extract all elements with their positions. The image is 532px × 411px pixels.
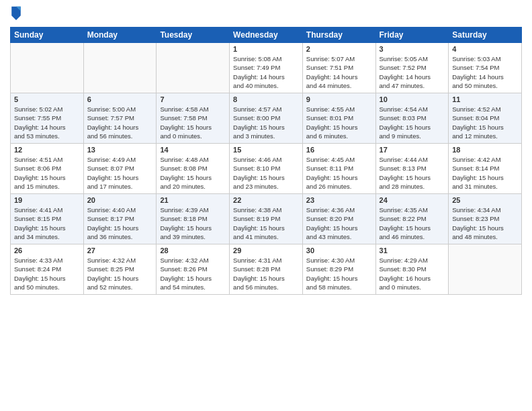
day-info: Sunrise: 5:03 AM Sunset: 7:54 PM Dayligh…	[452, 54, 518, 90]
day-info: Sunrise: 4:51 AM Sunset: 8:06 PM Dayligh…	[14, 155, 80, 191]
day-number: 19	[14, 196, 80, 204]
calendar-cell: 21Sunrise: 4:39 AM Sunset: 8:18 PM Dayli…	[157, 194, 230, 244]
day-info: Sunrise: 5:07 AM Sunset: 7:51 PM Dayligh…	[306, 54, 372, 90]
day-number: 28	[160, 246, 226, 255]
calendar-week-row: 5Sunrise: 5:02 AM Sunset: 7:55 PM Daylig…	[11, 93, 522, 144]
weekday-header: Thursday	[302, 28, 375, 43]
day-number: 31	[380, 246, 445, 255]
day-info: Sunrise: 4:29 AM Sunset: 8:30 PM Dayligh…	[380, 256, 445, 291]
weekday-header: Tuesday	[157, 28, 230, 43]
calendar-cell: 3Sunrise: 5:05 AM Sunset: 7:52 PM Daylig…	[375, 43, 449, 93]
calendar-cell: 25Sunrise: 4:34 AM Sunset: 8:23 PM Dayli…	[449, 194, 522, 244]
day-info: Sunrise: 4:40 AM Sunset: 8:17 PM Dayligh…	[87, 205, 153, 241]
calendar-cell: 31Sunrise: 4:29 AM Sunset: 8:30 PM Dayli…	[375, 244, 449, 295]
day-info: Sunrise: 4:42 AM Sunset: 8:14 PM Dayligh…	[452, 155, 518, 191]
day-info: Sunrise: 4:38 AM Sunset: 8:19 PM Dayligh…	[233, 205, 299, 241]
calendar-header-row: SundayMondayTuesdayWednesdayThursdayFrid…	[11, 28, 522, 43]
day-number: 11	[452, 95, 518, 103]
header	[10, 7, 522, 21]
day-info: Sunrise: 5:02 AM Sunset: 7:55 PM Dayligh…	[14, 105, 80, 140]
weekday-header: Sunday	[11, 28, 84, 43]
day-number: 17	[380, 146, 445, 154]
day-number: 10	[380, 95, 445, 103]
calendar-cell: 14Sunrise: 4:48 AM Sunset: 8:08 PM Dayli…	[157, 144, 230, 194]
day-number: 7	[160, 95, 226, 103]
logo	[10, 7, 25, 21]
calendar-cell	[83, 43, 157, 93]
day-number: 3	[380, 45, 445, 53]
day-info: Sunrise: 4:57 AM Sunset: 8:00 PM Dayligh…	[233, 105, 299, 140]
day-number: 20	[87, 196, 153, 204]
calendar-cell	[11, 43, 84, 93]
day-info: Sunrise: 4:32 AM Sunset: 8:25 PM Dayligh…	[87, 256, 153, 291]
calendar-cell: 24Sunrise: 4:35 AM Sunset: 8:22 PM Dayli…	[375, 194, 449, 244]
day-number: 14	[160, 146, 226, 154]
calendar-cell: 4Sunrise: 5:03 AM Sunset: 7:54 PM Daylig…	[449, 43, 522, 93]
day-number: 6	[87, 95, 153, 103]
logo-icon	[10, 5, 22, 20]
calendar-cell: 8Sunrise: 4:57 AM Sunset: 8:00 PM Daylig…	[230, 93, 303, 144]
calendar-cell: 1Sunrise: 5:08 AM Sunset: 7:49 PM Daylig…	[230, 43, 303, 93]
calendar-cell: 19Sunrise: 4:41 AM Sunset: 8:15 PM Dayli…	[11, 194, 84, 244]
day-info: Sunrise: 4:39 AM Sunset: 8:18 PM Dayligh…	[160, 205, 226, 241]
calendar-cell: 9Sunrise: 4:55 AM Sunset: 8:01 PM Daylig…	[302, 93, 375, 144]
day-info: Sunrise: 4:48 AM Sunset: 8:08 PM Dayligh…	[160, 155, 226, 191]
calendar-cell: 30Sunrise: 4:30 AM Sunset: 8:29 PM Dayli…	[302, 244, 375, 295]
day-number: 8	[233, 95, 299, 103]
weekday-header: Friday	[375, 28, 449, 43]
weekday-header: Wednesday	[230, 28, 303, 43]
day-info: Sunrise: 5:08 AM Sunset: 7:49 PM Dayligh…	[233, 54, 299, 90]
day-info: Sunrise: 4:46 AM Sunset: 8:10 PM Dayligh…	[233, 155, 299, 191]
calendar-cell: 20Sunrise: 4:40 AM Sunset: 8:17 PM Dayli…	[83, 194, 157, 244]
day-number: 22	[233, 196, 299, 204]
calendar-cell: 7Sunrise: 4:58 AM Sunset: 7:58 PM Daylig…	[157, 93, 230, 144]
day-number: 4	[452, 45, 518, 53]
day-info: Sunrise: 4:36 AM Sunset: 8:20 PM Dayligh…	[306, 205, 372, 241]
calendar-cell: 11Sunrise: 4:52 AM Sunset: 8:04 PM Dayli…	[449, 93, 522, 144]
calendar-cell: 5Sunrise: 5:02 AM Sunset: 7:55 PM Daylig…	[11, 93, 84, 144]
day-number: 21	[160, 196, 226, 204]
calendar-cell: 22Sunrise: 4:38 AM Sunset: 8:19 PM Dayli…	[230, 194, 303, 244]
calendar-cell: 6Sunrise: 5:00 AM Sunset: 7:57 PM Daylig…	[83, 93, 157, 144]
day-info: Sunrise: 4:32 AM Sunset: 8:26 PM Dayligh…	[160, 256, 226, 291]
calendar-cell: 13Sunrise: 4:49 AM Sunset: 8:07 PM Dayli…	[83, 144, 157, 194]
day-info: Sunrise: 4:58 AM Sunset: 7:58 PM Dayligh…	[160, 105, 226, 140]
day-info: Sunrise: 4:35 AM Sunset: 8:22 PM Dayligh…	[380, 205, 445, 241]
calendar-cell: 2Sunrise: 5:07 AM Sunset: 7:51 PM Daylig…	[302, 43, 375, 93]
day-info: Sunrise: 4:55 AM Sunset: 8:01 PM Dayligh…	[306, 105, 372, 140]
day-number: 1	[233, 45, 299, 53]
day-info: Sunrise: 4:31 AM Sunset: 8:28 PM Dayligh…	[233, 256, 299, 291]
day-info: Sunrise: 4:41 AM Sunset: 8:15 PM Dayligh…	[14, 205, 80, 241]
day-number: 24	[380, 196, 445, 204]
day-number: 25	[452, 196, 518, 204]
weekday-header: Monday	[83, 28, 157, 43]
day-number: 13	[87, 146, 153, 154]
weekday-header: Saturday	[449, 28, 522, 43]
calendar-cell: 26Sunrise: 4:33 AM Sunset: 8:24 PM Dayli…	[11, 244, 84, 295]
day-number: 5	[14, 95, 80, 103]
day-info: Sunrise: 4:34 AM Sunset: 8:23 PM Dayligh…	[452, 205, 518, 241]
page-container: SundayMondayTuesdayWednesdayThursdayFrid…	[0, 0, 532, 300]
day-info: Sunrise: 5:00 AM Sunset: 7:57 PM Dayligh…	[87, 105, 153, 140]
calendar-cell: 18Sunrise: 4:42 AM Sunset: 8:14 PM Dayli…	[449, 144, 522, 194]
day-number: 18	[452, 146, 518, 154]
day-number: 23	[306, 196, 372, 204]
day-info: Sunrise: 4:45 AM Sunset: 8:11 PM Dayligh…	[306, 155, 372, 191]
day-info: Sunrise: 4:33 AM Sunset: 8:24 PM Dayligh…	[14, 256, 80, 291]
calendar-week-row: 12Sunrise: 4:51 AM Sunset: 8:06 PM Dayli…	[11, 144, 522, 194]
day-number: 30	[306, 246, 372, 255]
day-number: 27	[87, 246, 153, 255]
calendar-cell: 23Sunrise: 4:36 AM Sunset: 8:20 PM Dayli…	[302, 194, 375, 244]
calendar-cell: 16Sunrise: 4:45 AM Sunset: 8:11 PM Dayli…	[302, 144, 375, 194]
calendar-cell: 15Sunrise: 4:46 AM Sunset: 8:10 PM Dayli…	[230, 144, 303, 194]
day-info: Sunrise: 5:05 AM Sunset: 7:52 PM Dayligh…	[380, 54, 445, 90]
day-info: Sunrise: 4:52 AM Sunset: 8:04 PM Dayligh…	[452, 105, 518, 140]
day-number: 26	[14, 246, 80, 255]
calendar-cell: 12Sunrise: 4:51 AM Sunset: 8:06 PM Dayli…	[11, 144, 84, 194]
day-info: Sunrise: 4:44 AM Sunset: 8:13 PM Dayligh…	[380, 155, 445, 191]
day-number: 2	[306, 45, 372, 53]
day-number: 15	[233, 146, 299, 154]
calendar-week-row: 19Sunrise: 4:41 AM Sunset: 8:15 PM Dayli…	[11, 194, 522, 244]
calendar-cell: 27Sunrise: 4:32 AM Sunset: 8:25 PM Dayli…	[83, 244, 157, 295]
day-number: 9	[306, 95, 372, 103]
